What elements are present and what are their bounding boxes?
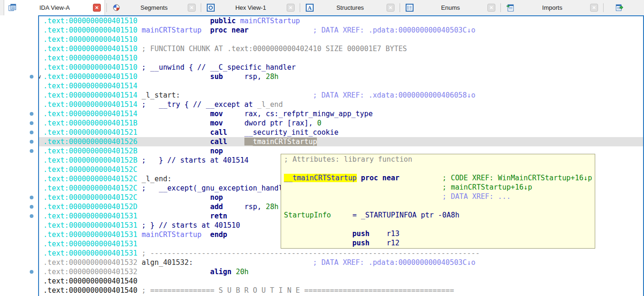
tab-enums[interactable]: Enums ✕	[401, 0, 499, 15]
instruction-dot[interactable]	[30, 196, 33, 199]
close-icon[interactable]: ✕	[387, 4, 394, 12]
popup-row	[284, 164, 595, 173]
spacer	[138, 26, 142, 34]
listing-row[interactable]: .text:0000000000401510 public mainCRTSta…	[39, 16, 643, 26]
mnemonic: nop	[210, 147, 223, 155]
close-icon[interactable]: ✕	[188, 4, 196, 12]
popup-row: ; DATA XREF: ...	[284, 192, 595, 201]
svg-text:A: A	[307, 5, 312, 11]
spacer	[227, 138, 244, 146]
selected-identifier[interactable]: __tmainCRTStartup	[244, 138, 317, 146]
instruction-dot[interactable]	[30, 121, 33, 125]
listing-row[interactable]: .text:0000000000401532 align 20h	[39, 267, 643, 276]
address: .text:0000000000401540	[43, 286, 138, 295]
tab-structures[interactable]: A Structures ✕	[302, 0, 398, 15]
comment: ; __try { // __except at	[142, 100, 257, 109]
comment: ; FUNCTION CHUNK AT .text:00000000004024…	[142, 45, 407, 53]
listing-row[interactable]: ∨.text:0000000000401510 sub rsp, 28h	[39, 72, 643, 81]
spacer	[223, 110, 244, 118]
collapse-function-icon[interactable]: ∨	[38, 72, 43, 81]
popup-row	[284, 201, 595, 210]
comment: ; =============== S U B R O U T I N E ==…	[142, 286, 454, 295]
spacer	[369, 230, 387, 238]
xref-comment: ; DATA XREF: .pdata:000000000040503C↓o	[313, 258, 475, 267]
listing-row[interactable]: .text:0000000000401540 ; ===============…	[39, 286, 643, 295]
listing-row[interactable]: .text:0000000000401531 ; ---------------…	[39, 249, 643, 258]
listing-row[interactable]: .text:0000000000401526 call __tmainCRTSt…	[39, 137, 643, 146]
address: .text:0000000000401510	[43, 72, 138, 81]
spacer	[193, 258, 313, 267]
address: .text:000000000040152C	[43, 193, 138, 202]
hex-view-icon	[206, 4, 215, 12]
mnemonic: proc near	[210, 26, 249, 34]
spacer	[138, 258, 142, 267]
spacer	[138, 156, 142, 164]
address: .text:0000000000401531	[43, 212, 138, 220]
listing-row[interactable]: .text:0000000000401514 _l_start: ; DATA …	[39, 91, 643, 100]
comment: ; } // starts at 401510	[142, 221, 240, 230]
listing-row[interactable]: .text:0000000000401510	[39, 53, 643, 63]
instruction-dot[interactable]	[30, 270, 33, 274]
listing-row[interactable]: .text:0000000000401510 mainCRTStartup pr…	[39, 26, 643, 35]
mnemonic: endp	[210, 230, 227, 239]
mnemonic: add	[210, 203, 223, 211]
operand: = _STARTUPINFOA ptr -0A8h	[352, 211, 459, 219]
instruction-dot[interactable]	[30, 205, 33, 209]
listing-row[interactable]: .text:0000000000401521 call __security_i…	[39, 128, 643, 137]
mnemonic: public	[210, 17, 240, 25]
spacer	[138, 221, 142, 230]
label: _l_start:	[142, 91, 180, 99]
address: .text:000000000040152C	[43, 175, 138, 183]
spacer	[138, 72, 210, 81]
listing-row[interactable]: .text:0000000000401514 mov rax, cs:_refp…	[39, 109, 643, 118]
address: .text:0000000000401521	[43, 128, 138, 137]
listing-row[interactable]: .text:0000000000401532 algn_401532: ; DA…	[39, 258, 643, 267]
mnemonic: sub	[210, 72, 223, 81]
highlighted-identifier[interactable]: __tmainCRTStartup	[284, 174, 357, 182]
spacer	[249, 26, 313, 34]
tab-ida-view-a[interactable]: IDA View-A ✕	[4, 0, 105, 15]
operand: r13	[387, 230, 400, 238]
listing-row[interactable]: .text:0000000000401514 ; __try { // __ex…	[39, 100, 643, 109]
listing-row[interactable]: .text:0000000000401540	[39, 276, 643, 286]
address: .text:0000000000401510	[43, 35, 138, 44]
symbol-name[interactable]: mainCRTStartup	[240, 17, 300, 25]
close-icon[interactable]: ✕	[487, 4, 495, 12]
listing-row[interactable]: .text:0000000000401510 ; FUNCTION CHUNK …	[39, 44, 643, 53]
instruction-dot[interactable]	[30, 214, 33, 218]
listing-row[interactable]: .text:000000000040151B mov dword ptr [ra…	[39, 118, 643, 128]
listing-row[interactable]: .text:0000000000401510	[39, 35, 643, 44]
instruction-dot[interactable]	[30, 75, 33, 79]
address: .text:0000000000401531	[43, 230, 138, 239]
spacer	[138, 138, 210, 146]
instruction-dot[interactable]	[30, 131, 33, 134]
listing-row[interactable]: .text:0000000000401514	[39, 81, 643, 91]
spacer	[284, 230, 352, 238]
ida-window: IDA View-A ✕ Segments ✕	[0, 0, 644, 296]
xref-comment: ; mainCRTStartup+16↓p	[442, 183, 532, 191]
operand: rsp,	[244, 72, 266, 81]
listing-row[interactable]: .text:0000000000401510 ; __unwind { // _…	[39, 63, 643, 72]
tab-imports[interactable]: Imports ✕	[502, 0, 602, 15]
spacer	[202, 230, 210, 239]
symbol-name[interactable]: mainCRTStartup	[142, 26, 202, 34]
number-literal: 0	[317, 119, 321, 127]
close-icon[interactable]: ✕	[590, 4, 598, 12]
address: .text:0000000000401526	[43, 138, 138, 146]
popup-row: StartupInfo = _STARTUPINFOA ptr -0A8h	[284, 210, 595, 220]
tab-hex-view-1[interactable]: Hex View-1 ✕	[203, 0, 298, 15]
symbol-name[interactable]: mainCRTStartup	[142, 230, 202, 239]
close-icon[interactable]: ✕	[287, 4, 295, 12]
spacer	[138, 91, 142, 99]
tab-segments[interactable]: Segments ✕	[108, 0, 199, 15]
spacer	[138, 63, 142, 72]
instruction-dot[interactable]	[30, 149, 33, 153]
address: .text:000000000040152D	[43, 203, 138, 211]
close-icon[interactable]: ✕	[93, 4, 101, 12]
mnemonic: call	[210, 128, 227, 137]
tab-exports[interactable]	[605, 0, 644, 15]
instruction-dot[interactable]	[30, 140, 33, 144]
address: .text:0000000000401510	[43, 63, 138, 72]
instruction-dot[interactable]	[30, 112, 33, 116]
function-tooltip-popup: ; Attributes: library function__tmainCRT…	[281, 154, 595, 249]
